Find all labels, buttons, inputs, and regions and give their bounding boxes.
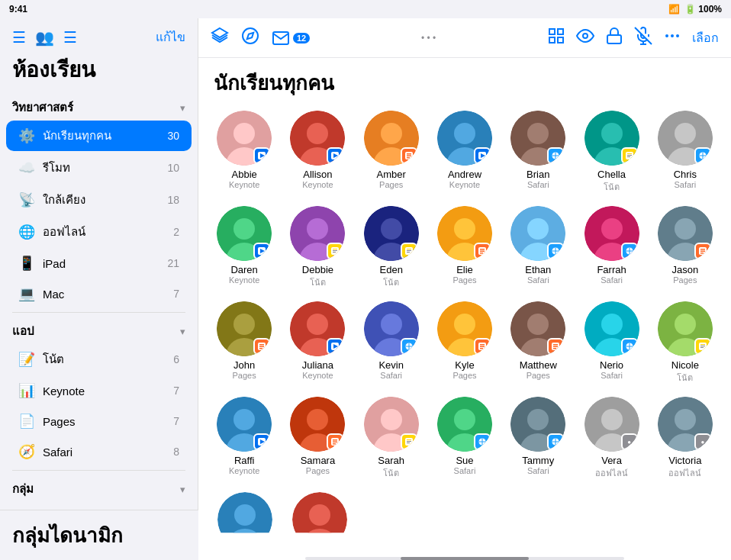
student-card[interactable]: Debbieโน้ต (284, 206, 351, 289)
app-badge (401, 147, 417, 164)
student-card[interactable]: AmberPages (358, 111, 425, 194)
student-name: John (233, 359, 255, 371)
sidebar-item-safari[interactable]: 🧭 Safari 8 (6, 437, 192, 466)
student-card[interactable]: SueSafari (431, 397, 498, 480)
svg-rect-48 (627, 153, 632, 154)
svg-rect-74 (407, 249, 411, 249)
more-icon[interactable] (663, 27, 681, 49)
list-icon[interactable]: ☰ (63, 28, 77, 47)
sidebar-item-notes[interactable]: 📝 โน้ต 6 (6, 344, 192, 375)
edit-button[interactable]: แก้ไข (156, 27, 185, 47)
grid-view-icon[interactable] (547, 27, 565, 49)
student-card[interactable]: EthanSafari (504, 206, 572, 289)
app-badge: ● (694, 433, 711, 450)
student-name: Allison (303, 169, 332, 180)
sidebar-item-ipad[interactable]: 📱 iPad 21 (6, 249, 192, 278)
sidebar-item-remote[interactable]: ☁️ รีโมท 10 (6, 153, 192, 183)
student-card[interactable]: TammySafari (504, 397, 572, 480)
sidebar-title: ห้องเรียน (12, 53, 185, 86)
student-name: Samara (301, 455, 336, 466)
student-card[interactable]: ChrisSafari (652, 111, 719, 194)
app-container: ☰ 👥 ☰ แก้ไข ห้องเรียน วิทยาศาสตร์ ▾ ⚙️ น… (0, 18, 731, 560)
students-grid: AbbieKeynote AllisonKeynote AmberPages A… (198, 105, 731, 557)
mac-label: Mac (43, 288, 166, 301)
people-icon[interactable]: 👥 (35, 28, 54, 47)
svg-rect-130 (480, 348, 483, 349)
sidebar-item-nearby[interactable]: 📡 ใกล้เคียง 18 (6, 185, 192, 215)
partial-student-card[interactable] (285, 492, 354, 550)
partial-student-row (211, 492, 719, 550)
student-card[interactable]: Chellaโน้ต (578, 111, 645, 194)
svg-rect-150 (700, 346, 705, 346)
student-card[interactable]: JohnPages (211, 301, 278, 385)
eye-icon[interactable] (576, 27, 594, 49)
student-card[interactable]: NerioSafari (578, 301, 645, 385)
student-card[interactable]: SamaraPages (284, 397, 351, 480)
student-card[interactable]: EliePages (431, 206, 498, 289)
layers-icon[interactable] (211, 27, 229, 49)
notes-label: โน้ต (43, 350, 166, 369)
student-card[interactable]: KylePages (431, 301, 498, 385)
student-card[interactable]: BrianSafari (504, 111, 572, 194)
student-card[interactable]: Nicoleโน้ต (652, 301, 719, 385)
student-card[interactable]: ●Victoriaออฟไลน์ (652, 397, 719, 480)
student-name: Farrah (597, 264, 626, 275)
partial-student-card[interactable] (211, 492, 279, 550)
student-card[interactable]: AndrewKeynote (431, 111, 498, 194)
apps-section-header[interactable]: แอป ▾ (0, 316, 198, 343)
groups-label: กลุ่ม (12, 480, 34, 498)
student-app: Keynote (229, 466, 259, 475)
student-app: Keynote (229, 275, 259, 285)
student-app: โน้ต (677, 371, 693, 385)
pages-count: 7 (173, 415, 179, 427)
student-card[interactable]: FarrahSafari (578, 206, 645, 289)
sidebar-item-offline[interactable]: 🌐 ออฟไลน์ 2 (6, 217, 192, 247)
student-card[interactable]: RaffiKeynote (211, 397, 278, 480)
student-card[interactable]: Edenโน้ต (358, 206, 425, 289)
science-section-header[interactable]: วิทยาศาสตร์ ▾ (0, 92, 198, 120)
student-card[interactable]: Sarahโน้ต (358, 397, 425, 480)
all-students-count: 30 (167, 130, 179, 142)
sidebar-toggle-icon[interactable]: ☰ (12, 28, 26, 47)
select-button[interactable]: เลือก (692, 28, 719, 47)
ipad-label: iPad (43, 257, 159, 270)
svg-marker-2 (247, 33, 253, 39)
svg-rect-69 (333, 252, 336, 253)
student-card[interactable]: KevinSafari (358, 301, 425, 385)
sidebar: ☰ 👥 ☰ แก้ไข ห้องเรียน วิทยาศาสตร์ ▾ ⚙️ น… (0, 18, 198, 560)
lock-icon[interactable] (605, 27, 623, 49)
safari-label: Safari (43, 446, 166, 459)
student-card[interactable]: DarenKeynote (211, 206, 278, 289)
student-app: Keynote (302, 371, 333, 380)
student-card[interactable]: ●Veraออฟไลน์ (578, 397, 645, 480)
sidebar-item-keynote[interactable]: 📊 Keynote 7 (6, 376, 192, 405)
student-name: Juliana (302, 359, 333, 371)
student-card[interactable]: JasonPages (652, 206, 719, 289)
app-badge (694, 338, 711, 355)
svg-point-33 (454, 123, 475, 144)
app-badge (474, 338, 491, 355)
sidebar-item-mac[interactable]: 💻 Mac 7 (6, 279, 192, 308)
svg-point-106 (233, 314, 255, 335)
student-card[interactable]: AllisonKeynote (284, 111, 351, 194)
main-toolbar: 12 • • • (198, 18, 731, 58)
pages-icon: 📄 (18, 413, 35, 430)
mute-icon[interactable] (634, 27, 652, 49)
student-name: Kyle (455, 359, 474, 371)
student-card[interactable]: AbbieKeynote (211, 111, 278, 194)
svg-rect-4 (558, 29, 563, 34)
safari-icon: 🧭 (18, 443, 35, 460)
sidebar-item-all-students[interactable]: ⚙️ นักเรียนทุกคน 30 (6, 121, 192, 151)
mail-icon[interactable]: 12 (272, 29, 310, 47)
remote-label: รีโมท (43, 159, 159, 177)
student-card[interactable]: MatthewPages (504, 301, 572, 385)
battery-icon: 🔋 100% (684, 4, 722, 14)
svg-point-71 (381, 218, 402, 240)
sidebar-item-pages[interactable]: 📄 Pages 7 (6, 407, 192, 436)
compass-icon[interactable] (241, 27, 259, 49)
svg-rect-3 (549, 29, 555, 34)
student-card[interactable]: JulianaKeynote (284, 301, 351, 385)
groups-section-header[interactable]: กลุ่ม ▾ (0, 474, 198, 501)
student-app: Pages (379, 180, 403, 189)
svg-point-125 (454, 314, 475, 335)
